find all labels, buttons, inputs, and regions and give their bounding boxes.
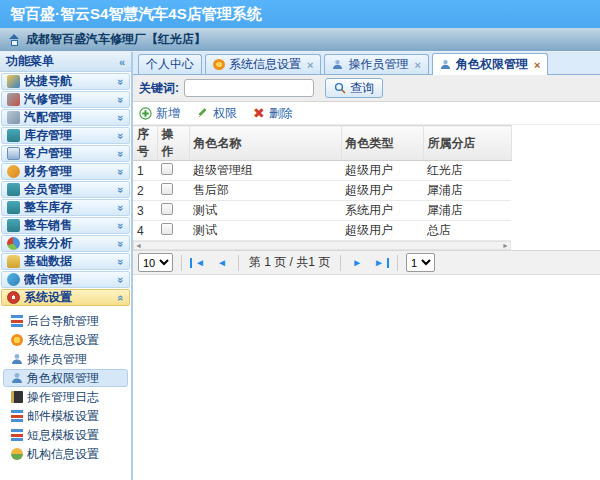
submenu-item-system-info[interactable]: 系统信息设置: [3, 331, 128, 349]
chevron-down-icon: »: [116, 168, 126, 174]
sidebar-group-vehicle-sales[interactable]: 整车销售 »: [1, 217, 130, 234]
first-page-button[interactable]: ◄: [190, 258, 208, 268]
folder-icon: [7, 201, 20, 214]
search-row: 关键词: 查询: [133, 75, 600, 102]
chevron-down-icon: »: [116, 222, 126, 228]
person-icon: [440, 59, 452, 71]
row-checkbox[interactable]: [161, 203, 173, 215]
horizontal-scrollbar[interactable]: ◄ ►: [133, 241, 511, 250]
row-checkbox[interactable]: [161, 163, 173, 175]
sliders-icon: [11, 315, 23, 327]
chevron-down-icon: »: [116, 204, 126, 210]
header-operation: 操作: [157, 126, 189, 161]
sidebar-header-label: 功能菜单: [6, 53, 54, 70]
submenu-item-org-info[interactable]: 机构信息设置: [3, 445, 128, 463]
sidebar-group-parts-mgmt[interactable]: 汽配管理 »: [1, 109, 130, 126]
sidebar-group-system-settings[interactable]: 系统设置 «: [1, 289, 130, 306]
sidebar-group-inventory-mgmt[interactable]: 库存管理 »: [1, 127, 130, 144]
close-tab-icon[interactable]: ×: [307, 59, 313, 71]
sidebar-group-repair-mgmt[interactable]: 汽修管理 »: [1, 91, 130, 108]
close-tab-icon[interactable]: ×: [414, 59, 420, 71]
database-icon: [7, 255, 20, 268]
folder-icon: [7, 183, 20, 196]
sliders-icon: [11, 410, 23, 422]
tab-system-info[interactable]: 系统信息设置 ×: [205, 54, 321, 74]
sidebar-group-customer-mgmt[interactable]: 客户管理 »: [1, 145, 130, 162]
folder-icon: [7, 219, 20, 232]
table-row[interactable]: 3 测试 系统用户 犀浦店: [133, 201, 511, 221]
sidebar-group-wechat-mgmt[interactable]: 微信管理 »: [1, 271, 130, 288]
permission-button[interactable]: 权限: [196, 105, 237, 122]
prev-page-button[interactable]: ◄: [214, 258, 230, 268]
header-branch: 所属分店: [423, 126, 511, 161]
sidebar-group-quick-nav[interactable]: 快捷导航 »: [1, 73, 130, 90]
scroll-left-icon[interactable]: ◄: [135, 242, 142, 249]
table-header-row: 序号 操作 角色名称 角色类型 所属分店: [133, 126, 511, 161]
main-panel: 个人中心 系统信息设置 × 操作员管理 × 角色权限管理 ×: [133, 52, 600, 480]
content-filler: [133, 275, 600, 480]
search-icon: [334, 82, 346, 94]
add-plus-icon: [139, 107, 152, 120]
close-tab-icon[interactable]: ×: [534, 59, 540, 71]
sidebar-group-report-analysis[interactable]: 报表分析 »: [1, 235, 130, 252]
log-book-icon: [11, 391, 23, 403]
table-row[interactable]: 2 售后部 超级用户 犀浦店: [133, 181, 511, 201]
sliders-icon: [11, 429, 23, 441]
pencil-icon: [196, 107, 209, 120]
finance-coin-icon: [7, 165, 20, 178]
customer-card-icon: [7, 147, 20, 160]
sidebar-group-member-mgmt[interactable]: 会员管理 »: [1, 181, 130, 198]
page-size-select[interactable]: 10: [138, 253, 173, 272]
submenu-item-role-permission[interactable]: 角色权限管理: [3, 369, 128, 387]
collapse-sidebar-icon[interactable]: «: [119, 57, 125, 67]
scroll-right-icon[interactable]: ►: [502, 242, 509, 249]
home-icon: [8, 34, 21, 46]
submenu-item-operator-mgmt[interactable]: 操作员管理: [3, 350, 128, 368]
header-role-name: 角色名称: [189, 126, 341, 161]
submenu-item-email-template[interactable]: 邮件模板设置: [3, 407, 128, 425]
chevron-up-icon: «: [116, 294, 126, 300]
page-info: 第 1 页 / 共1 页: [247, 254, 332, 271]
system-settings-submenu: 后台导航管理 系统信息设置 操作员管理 角色权限管理 操作管理日志: [0, 306, 131, 480]
store-bar: 成都智百盛汽车修理厂【红光店】: [0, 28, 600, 52]
sun-icon: [11, 334, 23, 346]
last-page-button[interactable]: ►: [371, 258, 389, 268]
sidebar-group-finance-mgmt[interactable]: 财务管理 »: [1, 163, 130, 180]
header-seq: 序号: [133, 126, 157, 161]
chevron-down-icon: »: [116, 258, 126, 264]
tab-operator-mgmt[interactable]: 操作员管理 ×: [324, 54, 428, 74]
add-button[interactable]: 新增: [139, 105, 180, 122]
page-number-select[interactable]: 1: [406, 253, 435, 272]
row-checkbox[interactable]: [161, 183, 173, 195]
keyword-input[interactable]: [184, 79, 314, 97]
table-row[interactable]: 1 超级管理组 超级用户 红光店: [133, 161, 511, 181]
chevron-down-icon: »: [116, 78, 126, 84]
sun-icon: [213, 59, 225, 70]
row-checkbox[interactable]: [161, 223, 173, 235]
chevron-down-icon: »: [116, 96, 126, 102]
roles-table: 序号 操作 角色名称 角色类型 所属分店 1 超级管理组 超级用户 红光店 2: [133, 125, 512, 241]
wechat-globe-icon: [7, 273, 20, 286]
next-page-button[interactable]: ►: [349, 258, 365, 268]
submenu-item-backend-nav[interactable]: 后台导航管理: [3, 312, 128, 330]
sidebar-group-vehicle-stock[interactable]: 整车库存 »: [1, 199, 130, 216]
delete-x-icon: ✖: [253, 107, 265, 119]
divider: [238, 255, 239, 271]
person-icon: [11, 372, 23, 384]
divider: [397, 255, 398, 271]
sidebar: 功能菜单 « 快捷导航 » 汽修管理 » 汽配管理 » 库存管理 » 客户管理 …: [0, 52, 133, 480]
sidebar-group-base-data[interactable]: 基础数据 »: [1, 253, 130, 270]
submenu-item-operation-log[interactable]: 操作管理日志: [3, 388, 128, 406]
delete-button[interactable]: ✖ 删除: [253, 105, 293, 122]
chevron-down-icon: »: [116, 276, 126, 282]
query-button[interactable]: 查询: [325, 78, 383, 98]
pagination-bar: 10 ◄ ◄ 第 1 页 / 共1 页 ► ► 1: [133, 250, 600, 275]
store-name: 成都智百盛汽车修理厂【红光店】: [26, 31, 206, 48]
sidebar-header: 功能菜单 «: [0, 52, 131, 72]
tab-personal-center[interactable]: 个人中心: [138, 54, 202, 74]
tab-role-permission[interactable]: 角色权限管理 ×: [432, 53, 548, 75]
folder-icon: [7, 129, 20, 142]
person-icon: [11, 353, 23, 365]
submenu-item-sms-template[interactable]: 短息模板设置: [3, 426, 128, 444]
table-row[interactable]: 4 测试 超级用户 总店: [133, 221, 511, 241]
